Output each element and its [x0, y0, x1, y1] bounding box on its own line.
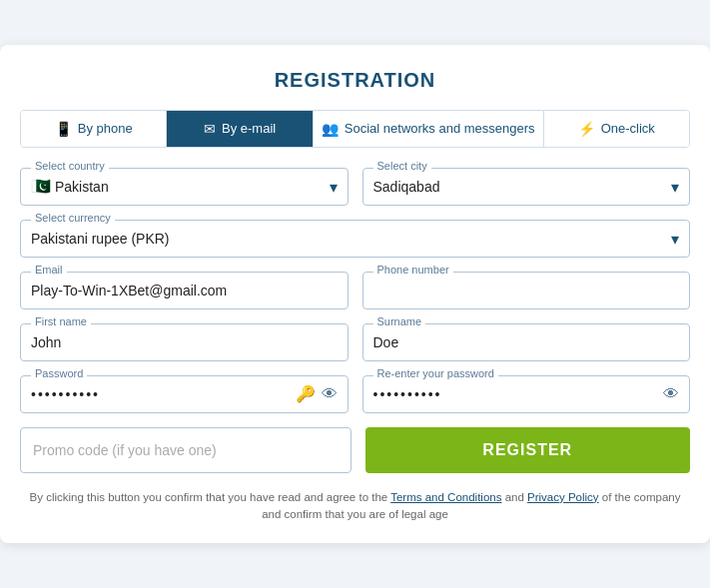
password-row: Password 🔑 👁 Re-enter your password 👁: [20, 375, 690, 413]
disclaimer: By clicking this button you confirm that…: [20, 489, 690, 524]
terms-link[interactable]: Terms and Conditions: [390, 491, 501, 503]
currency-field: Select currency Pakistani rupee (PKR): [20, 220, 690, 258]
surname-label: Surname: [373, 315, 426, 327]
tabs-container: 📱 By phone ✉ By e-mail 👥 Social networks…: [20, 110, 690, 148]
country-city-row: Select country 🇵🇰 Pakistan Select city S…: [20, 168, 690, 206]
password-input[interactable]: [31, 382, 290, 406]
password-field-group: Password 🔑 👁: [20, 375, 349, 413]
phone-input[interactable]: [373, 279, 680, 302]
tab-by-email[interactable]: ✉ By e-mail: [167, 111, 313, 147]
country-label: Select country: [31, 160, 109, 172]
city-select[interactable]: Sadiqabad: [373, 175, 680, 199]
country-field: Select country 🇵🇰 Pakistan: [20, 168, 349, 206]
pakistan-flag: 🇵🇰: [31, 177, 51, 196]
email-phone-row: Email Phone number: [20, 272, 690, 309]
repassword-field-group: Re-enter your password 👁: [362, 375, 691, 413]
disclaimer-text-between: and: [501, 491, 527, 503]
city-field: Select city Sadiqabad: [362, 168, 691, 206]
name-row: First name Surname: [20, 323, 690, 361]
tab-by-phone[interactable]: 📱 By phone: [21, 111, 167, 147]
phone-label: Phone number: [373, 264, 453, 276]
email-input[interactable]: [31, 279, 338, 302]
phone-icon: 📱: [55, 121, 72, 137]
register-button[interactable]: REGISTER: [365, 427, 691, 473]
page-title: REGISTRATION: [20, 69, 690, 92]
email-field-group: Email: [20, 272, 349, 309]
firstname-input[interactable]: [31, 330, 338, 354]
promo-input[interactable]: [20, 427, 352, 473]
surname-field-group: Surname: [362, 323, 691, 361]
key-icon: 🔑: [296, 384, 316, 403]
email-icon: ✉: [204, 121, 216, 137]
country-select[interactable]: Pakistan: [55, 175, 338, 199]
show-repassword-icon[interactable]: 👁: [663, 385, 679, 403]
tab-social[interactable]: 👥 Social networks and messengers: [314, 111, 544, 147]
lightning-icon: ⚡: [578, 121, 595, 137]
promo-register-row: REGISTER: [20, 427, 690, 473]
currency-select[interactable]: Pakistani rupee (PKR): [31, 227, 679, 251]
disclaimer-text-before: By clicking this button you confirm that…: [30, 491, 391, 503]
social-icon: 👥: [322, 121, 339, 137]
firstname-field-group: First name: [20, 323, 349, 361]
registration-card: REGISTRATION 📱 By phone ✉ By e-mail 👥 So…: [0, 45, 710, 544]
repassword-label: Re-enter your password: [373, 367, 498, 379]
currency-row: Select currency Pakistani rupee (PKR): [20, 220, 690, 258]
repassword-input[interactable]: [373, 382, 658, 406]
email-label: Email: [31, 264, 67, 276]
password-label: Password: [31, 367, 87, 379]
phone-field-group: Phone number: [362, 272, 691, 309]
firstname-label: First name: [31, 315, 91, 327]
currency-label: Select currency: [31, 212, 115, 224]
surname-input[interactable]: [373, 330, 680, 354]
show-password-icon[interactable]: 👁: [322, 385, 338, 403]
city-label: Select city: [373, 160, 431, 172]
tab-one-click[interactable]: ⚡ One-click: [544, 111, 689, 147]
privacy-link[interactable]: Privacy Policy: [527, 491, 599, 503]
